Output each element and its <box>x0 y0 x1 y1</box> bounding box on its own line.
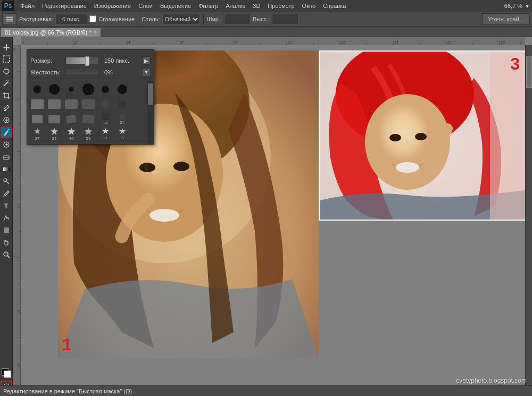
svg-text:10: 10 <box>288 40 292 44</box>
brush-preset-item[interactable] <box>97 82 113 96</box>
vertical-scrollbar[interactable] <box>525 45 532 389</box>
brush-preset-item[interactable] <box>80 97 96 111</box>
zoom-controls[interactable]: ▼ <box>525 3 530 9</box>
menu-image[interactable]: Изображение <box>91 2 134 10</box>
brush-size-row: Размер: 150 пикс. ▶ <box>27 54 154 67</box>
brush-panel-header <box>27 49 154 54</box>
menu-help[interactable]: Справка <box>320 2 349 10</box>
brush-panel-scrollbar[interactable] <box>147 81 154 144</box>
lasso-tool[interactable] <box>1 65 12 77</box>
brush-preset-item[interactable]: 59 <box>80 127 96 141</box>
tab-close-btn[interactable]: × <box>94 29 97 35</box>
path-select-tool[interactable] <box>1 212 12 224</box>
brush-size-slider[interactable] <box>65 57 99 64</box>
svg-rect-4 <box>3 56 10 62</box>
healing-tool[interactable] <box>1 114 12 126</box>
menu-window[interactable]: Окно <box>299 2 319 10</box>
height-input[interactable] <box>272 14 298 24</box>
marquee-tool[interactable] <box>1 53 12 65</box>
style-select[interactable]: Обычный <box>162 14 200 24</box>
brush-preset-item[interactable]: 11 <box>97 127 113 141</box>
brush-preset-item[interactable] <box>63 82 79 96</box>
step-label-3: 3 <box>510 54 520 74</box>
brush-preset-item[interactable] <box>80 112 96 126</box>
brush-hardness-row: Жесткость: 0% ▼ <box>27 67 154 79</box>
shape-tool[interactable] <box>1 224 12 236</box>
clone-tool[interactable] <box>1 139 12 150</box>
brush-hardness-icon[interactable]: ▼ <box>142 68 151 77</box>
brush-preset-item[interactable]: 24 <box>114 112 130 126</box>
brush-preset-item[interactable] <box>63 112 79 126</box>
brush-preset-item[interactable] <box>114 82 130 96</box>
brush-number: 59 <box>86 136 91 141</box>
svg-text:4: 4 <box>128 40 130 44</box>
svg-point-95 <box>396 162 419 173</box>
zoom-value: 66,7 % <box>504 3 522 9</box>
small-photo: 3 <box>319 50 525 221</box>
svg-rect-96 <box>490 52 525 221</box>
separator2 <box>203 14 204 24</box>
move-tool[interactable] <box>1 41 12 53</box>
svg-line-15 <box>7 129 9 130</box>
brush-size-arrow[interactable]: ▶ <box>142 56 151 65</box>
text-tool[interactable]: T <box>1 200 12 212</box>
svg-line-23 <box>7 182 9 184</box>
brush-row-2 <box>29 97 145 111</box>
watermark: cvetyphoto.blogspot.com <box>456 377 527 384</box>
gradient-tool[interactable] <box>1 163 12 175</box>
menu-3d[interactable]: 3D <box>250 2 263 10</box>
brush-preset-item[interactable] <box>97 97 113 111</box>
brush-preset-item[interactable]: 14 <box>97 112 113 126</box>
brush-panel: Размер: 150 пикс. ▶ Жесткость: 0% ▼ <box>27 49 154 145</box>
brush-preset-item[interactable]: 27 <box>29 127 45 141</box>
zoom-tool[interactable] <box>1 249 12 260</box>
brush-number: 24 <box>120 120 125 125</box>
brush-number: 27 <box>35 136 40 141</box>
menu-edit[interactable]: Редактирование <box>39 2 90 10</box>
brush-tool[interactable] <box>1 127 12 138</box>
svg-line-24 <box>7 192 8 193</box>
menu-filter[interactable]: Фильтр <box>195 2 221 10</box>
crop-tool[interactable] <box>1 90 12 102</box>
menu-layers[interactable]: Слои <box>135 2 156 10</box>
brush-preset-item[interactable]: 46 <box>63 127 79 141</box>
brush-preset-item[interactable] <box>46 82 62 96</box>
zoom-display: 66,7 % ▼ <box>504 3 530 9</box>
refine-edge-btn[interactable]: Уточн. край... <box>482 13 530 25</box>
svg-line-9 <box>8 80 9 81</box>
brush-value-input[interactable] <box>55 14 87 24</box>
svg-rect-2 <box>6 20 13 21</box>
brush-preset-item[interactable] <box>46 112 62 126</box>
menu-view[interactable]: Просмотр <box>264 2 297 10</box>
eyedropper-tool[interactable] <box>1 102 12 114</box>
brush-scroll-thumb[interactable] <box>148 83 153 105</box>
hand-tool[interactable] <box>1 237 12 248</box>
v-scroll-thumb[interactable] <box>526 56 532 88</box>
magic-wand-tool[interactable] <box>1 78 12 89</box>
dodge-tool[interactable] <box>1 175 12 187</box>
brush-preset-item[interactable] <box>29 82 45 96</box>
brush-preset-item[interactable] <box>29 112 45 126</box>
menu-select[interactable]: Выделение <box>157 2 194 10</box>
brush-preset-item[interactable] <box>46 97 62 111</box>
document-tab[interactable]: 01 volosy.jpg @ 66,7% (RGB/8) * × <box>0 27 101 37</box>
pen-tool[interactable] <box>1 188 12 199</box>
brush-preset-item[interactable] <box>80 82 96 96</box>
brush-number: 14 <box>103 121 108 125</box>
separator <box>138 14 138 24</box>
brush-preset-item[interactable] <box>114 97 130 111</box>
brush-hardness-slider[interactable] <box>65 69 99 76</box>
menu-file[interactable]: Файл <box>17 2 38 10</box>
eraser-tool[interactable] <box>1 151 12 163</box>
brush-preset-item[interactable]: 17 <box>114 127 130 141</box>
menu-analysis[interactable]: Анализ <box>222 2 248 10</box>
brush-preset-item[interactable]: 39 <box>46 127 62 141</box>
brush-preset-item[interactable] <box>29 97 45 111</box>
tool-preset-btn[interactable] <box>2 13 17 25</box>
width-input[interactable] <box>224 14 251 24</box>
svg-rect-1 <box>6 19 13 20</box>
options-bar: Растушевка: Сглаживание Стиль: Обычный Ш… <box>0 12 532 27</box>
brush-slider-thumb[interactable] <box>85 56 89 66</box>
brush-preset-item[interactable] <box>63 97 79 111</box>
anti-alias-checkbox[interactable] <box>89 15 96 22</box>
